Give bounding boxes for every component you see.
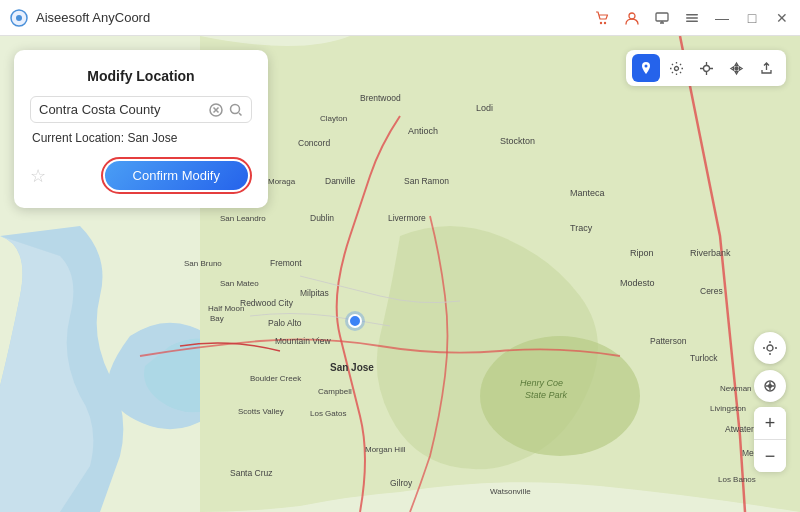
svg-point-3 [604,21,606,23]
svg-point-61 [703,65,709,71]
modify-location-panel: Modify Location Current Lo [14,50,268,208]
toolbar-export-button[interactable] [752,54,780,82]
svg-text:Henry Coe: Henry Coe [520,378,563,388]
toolbar-pin-button[interactable] [632,54,660,82]
center-map-button[interactable] [754,370,786,402]
svg-text:Half Moon: Half Moon [208,304,244,313]
map-toolbar [626,50,786,86]
svg-text:Stockton: Stockton [500,136,535,146]
svg-rect-6 [686,14,698,16]
app-title: Aiseesoft AnyCoord [36,10,150,25]
svg-text:San Jose: San Jose [330,362,374,373]
panel-title: Modify Location [30,68,252,84]
svg-point-65 [769,385,772,388]
svg-text:Ceres: Ceres [700,286,723,296]
panel-footer: ☆ Confirm Modify [30,157,252,194]
svg-point-1 [16,15,22,21]
favorite-star-button[interactable]: ☆ [30,165,46,187]
svg-point-4 [629,13,635,19]
svg-text:Newman: Newman [720,384,752,393]
svg-text:Tracy: Tracy [570,223,593,233]
svg-text:Livermore: Livermore [388,213,426,223]
svg-text:Boulder Creek: Boulder Creek [250,374,302,383]
svg-text:Patterson: Patterson [650,336,687,346]
svg-rect-7 [686,17,698,19]
app-logo-icon [10,9,28,27]
svg-point-63 [767,345,773,351]
maximize-button[interactable]: □ [744,10,760,26]
current-location-text: Current Location: San Jose [30,131,252,145]
svg-text:Santa Cruz: Santa Cruz [230,468,273,478]
zoom-controls: + − [754,407,786,472]
svg-text:Fremont: Fremont [270,258,302,268]
cart-icon[interactable] [594,10,610,26]
svg-point-57 [231,104,240,113]
svg-text:Scotts Valley: Scotts Valley [238,407,284,416]
map-extra-controls [754,332,786,402]
svg-text:Atwater: Atwater [725,424,754,434]
svg-text:Antioch: Antioch [408,126,438,136]
svg-text:San Leandro: San Leandro [220,214,266,223]
monitor-icon[interactable] [654,10,670,26]
title-bar-left: Aiseesoft AnyCoord [10,9,150,27]
svg-text:Ripon: Ripon [630,248,654,258]
menu-icon[interactable] [684,10,700,26]
svg-text:Morgan Hill: Morgan Hill [365,445,406,454]
svg-point-62 [735,67,738,70]
svg-text:Riverbank: Riverbank [690,248,731,258]
svg-point-60 [674,66,678,70]
user-icon[interactable] [624,10,640,26]
svg-text:San Ramon: San Ramon [404,176,449,186]
svg-text:Moraga: Moraga [268,177,296,186]
zoom-out-button[interactable]: − [754,440,786,472]
confirm-btn-highlight: Confirm Modify [101,157,252,194]
svg-text:Los Banos: Los Banos [718,475,756,484]
svg-text:Campbell: Campbell [318,387,352,396]
toolbar-settings-button[interactable] [662,54,690,82]
svg-text:Mountain View: Mountain View [275,336,331,346]
search-icon-group [209,103,243,117]
toolbar-crosshair-button[interactable] [692,54,720,82]
location-search-input[interactable] [39,102,209,117]
svg-text:Manteca: Manteca [570,188,605,198]
location-dot [348,314,362,328]
svg-text:Clayton: Clayton [320,114,347,123]
svg-rect-8 [686,20,698,22]
svg-text:Watsonville: Watsonville [490,487,531,496]
svg-text:Gilroy: Gilroy [390,478,413,488]
svg-text:Los Gatos: Los Gatos [310,409,346,418]
svg-text:Turlock: Turlock [690,353,718,363]
svg-point-2 [600,21,602,23]
svg-text:Modesto: Modesto [620,278,655,288]
svg-text:Danville: Danville [325,176,356,186]
toolbar-move-button[interactable] [722,54,750,82]
title-bar: Aiseesoft AnyCoord [0,0,800,36]
zoom-in-button[interactable]: + [754,407,786,439]
map-container: Antioch Brentwood Lodi Stockton Concord … [0,36,800,512]
svg-text:Milpitas: Milpitas [300,288,329,298]
minimize-button[interactable]: — [714,10,730,26]
title-bar-controls: — □ ✕ [594,10,790,26]
svg-text:State Park: State Park [525,390,568,400]
locate-me-button[interactable] [754,332,786,364]
svg-text:Brentwood: Brentwood [360,93,401,103]
clear-icon[interactable] [209,103,223,117]
svg-text:Redwood City: Redwood City [240,298,294,308]
svg-text:Lodi: Lodi [476,103,493,113]
close-button[interactable]: ✕ [774,10,790,26]
svg-text:San Bruno: San Bruno [184,259,222,268]
svg-text:Concord: Concord [298,138,330,148]
confirm-modify-button[interactable]: Confirm Modify [105,161,248,190]
svg-point-59 [645,65,648,68]
svg-rect-5 [656,13,668,21]
search-box [30,96,252,123]
svg-text:San Mateo: San Mateo [220,279,259,288]
search-icon[interactable] [229,103,243,117]
svg-text:Palo Alto: Palo Alto [268,318,302,328]
svg-text:Bay: Bay [210,314,224,323]
svg-text:Livingston: Livingston [710,404,746,413]
svg-text:Dublin: Dublin [310,213,334,223]
